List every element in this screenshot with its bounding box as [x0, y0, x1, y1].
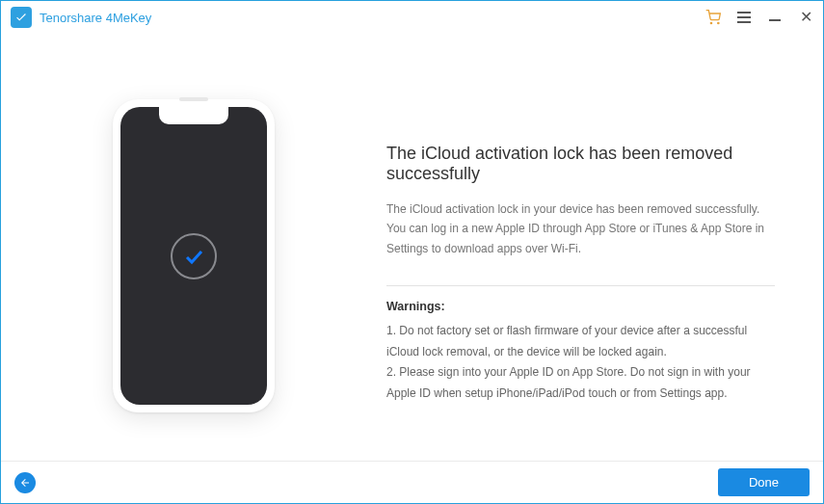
footer: Done	[1, 461, 823, 503]
done-button[interactable]: Done	[718, 468, 810, 496]
minimize-button[interactable]	[767, 10, 783, 25]
app-logo	[11, 7, 32, 28]
cart-icon[interactable]	[705, 10, 721, 25]
success-description: The iCloud activation lock in your devic…	[386, 199, 775, 258]
phone-mockup	[113, 99, 275, 412]
message-column: The iCloud activation lock has been remo…	[386, 63, 823, 441]
phone-illustration-column	[1, 63, 386, 441]
app-title: Tenorshare 4MeKey	[40, 11, 151, 25]
svg-point-0	[710, 22, 711, 23]
phone-notch	[159, 107, 228, 124]
phone-screen	[120, 107, 267, 405]
warning-item-2: 2. Please sign into your Apple ID on App…	[386, 362, 775, 404]
success-check-icon	[171, 233, 217, 279]
titlebar-actions: ✕	[705, 10, 813, 25]
back-button[interactable]	[14, 472, 36, 493]
titlebar: Tenorshare 4MeKey ✕	[1, 1, 823, 34]
warning-item-1: 1. Do not factory set or flash firmware …	[386, 321, 775, 362]
main-content: The iCloud activation lock has been remo…	[1, 34, 823, 461]
menu-icon[interactable]	[736, 10, 752, 25]
svg-point-1	[718, 22, 719, 23]
divider	[386, 285, 775, 286]
success-heading: The iCloud activation lock has been remo…	[386, 144, 775, 184]
close-button[interactable]: ✕	[798, 10, 813, 25]
warnings-title: Warnings:	[386, 300, 775, 313]
